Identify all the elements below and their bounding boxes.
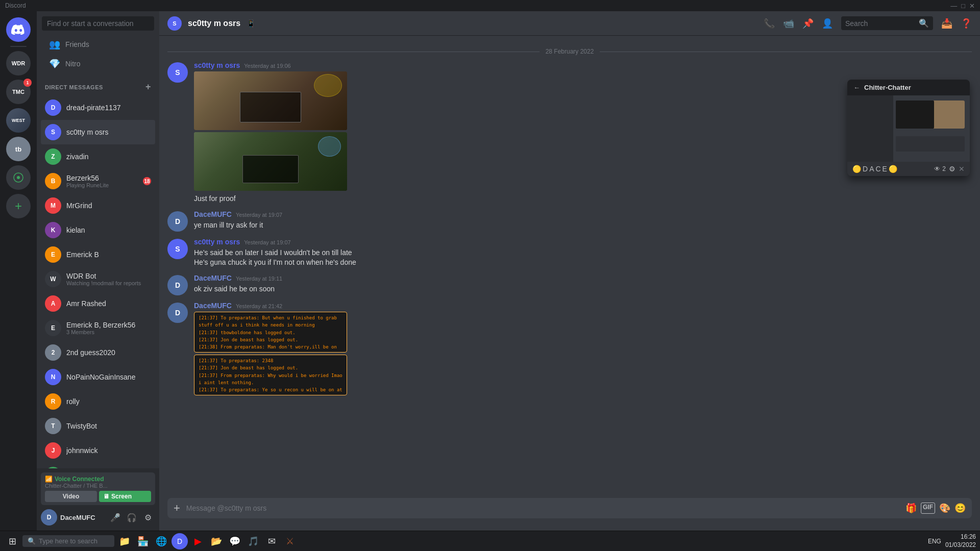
emoji-icon[interactable]: 😊 xyxy=(954,503,966,514)
dm-name-berzerk: Berzerk56 xyxy=(66,174,138,182)
dm-item-dread[interactable]: D dread-pirate1137 xyxy=(41,95,155,120)
popup-sidebar-preview xyxy=(847,95,893,162)
video-btn[interactable]: Video xyxy=(45,491,97,502)
dm-item-zivadin[interactable]: Z zivadin xyxy=(41,144,155,169)
dm-name-mrgrind: MrGrind xyxy=(66,202,151,210)
server-icon-west[interactable]: WEST xyxy=(6,108,31,133)
dm-item-mrgrind[interactable]: M MrGrind xyxy=(41,193,155,218)
dm-item-screen1[interactable]: S Screen 1 ✕ xyxy=(41,463,155,468)
mute-btn[interactable]: 🎤 xyxy=(108,510,122,524)
add-member-icon[interactable]: 👤 xyxy=(822,18,833,29)
emoji-gold2: 🟡 xyxy=(889,165,897,173)
taskbar-spotify[interactable]: 🎵 xyxy=(245,533,261,549)
popup-close-btn[interactable]: ✕ xyxy=(959,165,965,173)
game-screenshot-2[interactable] xyxy=(194,132,347,191)
title-bar: Discord — □ ✕ xyxy=(0,0,980,11)
minimize-btn[interactable]: — xyxy=(950,2,957,10)
gif-btn[interactable]: GIF xyxy=(921,503,935,514)
call-icon[interactable]: 📞 xyxy=(764,18,775,29)
dm-status-wdrbot: Watching !modmail for reports xyxy=(66,280,151,286)
dm-add-btn[interactable]: + xyxy=(145,82,155,92)
svg-point-1 xyxy=(17,176,20,179)
dm-item-john[interactable]: J johnnwick xyxy=(41,438,155,463)
windows-start-btn[interactable]: ⊞ xyxy=(4,533,20,549)
server-icon-tmc[interactable]: TMC 1 xyxy=(6,80,31,104)
header-search-input[interactable] xyxy=(845,19,917,28)
taskbar-chrome[interactable]: 🌐 xyxy=(153,533,169,549)
nitro-label: Nitro xyxy=(65,60,81,68)
server-icon-discover[interactable] xyxy=(6,165,31,190)
input-actions: 🎁 GIF 🎨 😊 xyxy=(905,503,966,514)
dm-name-emerick-group: Emerick B, Berzerk56 xyxy=(66,321,151,329)
voice-signal-icon: 📶 xyxy=(45,475,53,483)
dm-item-berzerk[interactable]: B Berzerk56 Playing RuneLite 18 xyxy=(41,169,155,193)
server-badge-tmc: 1 xyxy=(23,79,32,87)
gift-icon[interactable]: 🎁 xyxy=(905,503,917,514)
dm-item-rolly[interactable]: R rolly xyxy=(41,389,155,414)
taskbar-files[interactable]: 📂 xyxy=(208,533,225,549)
msg5-content: DaceMUFC Yesterday at 21:42 [21:37] To p… xyxy=(194,302,972,395)
attach-btn[interactable]: + xyxy=(174,502,180,515)
close-btn[interactable]: ✕ xyxy=(969,2,975,10)
emoji-gold: 🟡 xyxy=(852,165,861,173)
dm-item-sc0tty[interactable]: S sc0tty m osrs xyxy=(41,120,155,144)
dm-item-emerick[interactable]: E Emerick B xyxy=(41,242,155,267)
screen-btn[interactable]: 🖥 Screen xyxy=(99,491,151,502)
friends-label: Friends xyxy=(65,40,89,48)
taskbar-youtube[interactable]: ▶ xyxy=(190,533,206,549)
voice-status: 📶 Voice Connected xyxy=(45,475,151,483)
taskbar-runescape[interactable]: ⚔ xyxy=(282,533,298,549)
input-area: + 🎁 GIF 🎨 😊 xyxy=(159,498,980,531)
video-call-icon[interactable]: 📹 xyxy=(783,18,794,29)
taskbar-mail[interactable]: ✉ xyxy=(263,533,280,549)
msg3-avatar: S xyxy=(167,239,188,259)
server-icon-wdr[interactable]: WDR xyxy=(6,51,31,76)
user-info: DaceMUFC xyxy=(60,514,105,521)
dm-name-dread: dread-pirate1137 xyxy=(66,104,151,112)
dm-info-rolly: rolly xyxy=(66,397,151,406)
chat-log-1[interactable]: [21:37] To preparatas: But when u finish… xyxy=(194,312,347,353)
taskbar-search-box[interactable]: 🔍 Type here to search xyxy=(22,535,114,547)
message-input[interactable] xyxy=(186,498,899,518)
dm-item-wdrbot[interactable]: W WDR Bot Watching !modmail for reports xyxy=(41,267,155,291)
dm-item-kielan[interactable]: K kielan xyxy=(41,218,155,242)
game-screenshot-1[interactable] xyxy=(194,71,347,130)
voice-channel-name: Chitter-Chatter / THE B... xyxy=(45,483,151,489)
chat-log-2[interactable]: [21:37] To preparatas: 2348 [21:37] Jon … xyxy=(194,355,347,395)
deafen-btn[interactable]: 🎧 xyxy=(125,510,139,524)
inbox-icon[interactable]: 📥 xyxy=(941,18,952,29)
dm-info-kielan: kielan xyxy=(66,226,151,234)
nitro-link[interactable]: 💎 Nitro xyxy=(41,54,155,73)
msg3-content: sc0tty m osrs Yesterday at 19:07 He's sa… xyxy=(194,238,972,268)
taskbar-explorer[interactable]: 📁 xyxy=(116,533,133,549)
dm-item-emerick-group[interactable]: E Emerick B, Berzerk56 3 Members xyxy=(41,316,155,340)
dm-name-john: johnnwick xyxy=(66,446,151,455)
dm-item-2ndguess[interactable]: 2 2nd guess2020 xyxy=(41,340,155,365)
dm-name-rolly: rolly xyxy=(66,397,151,406)
popup-emoji-reactions: 🟡 D A C E 🟡 xyxy=(852,165,931,173)
taskbar-whatsapp[interactable]: 💬 xyxy=(227,533,243,549)
dm-avatar-nopain: N xyxy=(45,369,61,385)
dm-item-nopain[interactable]: N NoPainNoGainInsane xyxy=(41,365,155,389)
dm-item-amr[interactable]: A Amr Rashed xyxy=(41,291,155,316)
popup-back-btn[interactable]: ← xyxy=(853,84,860,91)
friends-link[interactable]: 👥 Friends xyxy=(41,35,155,54)
search-input[interactable] xyxy=(42,16,154,31)
taskbar-discord-app[interactable]: D xyxy=(172,533,188,549)
server-add-btn[interactable]: + xyxy=(6,194,31,218)
server-icon-tb[interactable]: tb xyxy=(6,137,31,161)
pin-icon[interactable]: 📌 xyxy=(802,18,814,29)
popup-viewers: 👁 2 xyxy=(934,165,946,172)
dm-name-2ndguess: 2nd guess2020 xyxy=(66,348,151,357)
phone-icon: 📱 xyxy=(247,19,255,28)
sticker-icon[interactable]: 🎨 xyxy=(939,503,950,514)
taskbar-store[interactable]: 🏪 xyxy=(135,533,151,549)
maximize-btn[interactable]: □ xyxy=(961,2,965,10)
server-icon-home[interactable] xyxy=(6,17,31,42)
date-divider: 28 February 2022 xyxy=(159,44,980,59)
dm-item-twistybot[interactable]: T TwistyBot xyxy=(41,414,155,438)
message-group-2: D DaceMUFC Yesterday at 19:07 ye man ill… xyxy=(159,208,980,234)
popup-settings-icon[interactable]: ⚙ xyxy=(949,165,955,173)
help-icon[interactable]: ❓ xyxy=(961,18,972,29)
settings-btn[interactable]: ⚙ xyxy=(141,510,155,524)
